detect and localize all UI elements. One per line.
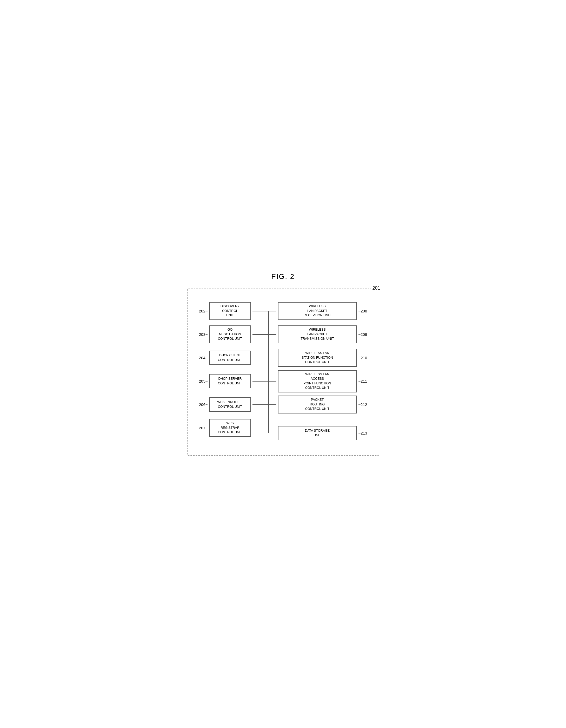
left-row-206: 206~ WPS ENROLLEECONTROL UNIT bbox=[195, 393, 268, 416]
right-row-211: WIRELESS LANACCESSPOINT FUNCTIONCONTROL … bbox=[269, 370, 371, 393]
connector-209 bbox=[269, 334, 276, 335]
unit-box-205: DHCP SERVERCONTROL UNIT bbox=[209, 374, 251, 388]
connector-208 bbox=[269, 311, 276, 311]
unit-box-206: WPS ENROLLEECONTROL UNIT bbox=[209, 397, 251, 412]
diagram-rows: 202~ DISCOVERYCONTROLUNIT 203~ GONEGOTIA… bbox=[195, 299, 371, 445]
left-row-204: 204~ DHCP CLIENTCONTROL UNIT bbox=[195, 346, 268, 370]
outer-box: 201 202~ DISCOVERYCONTROLUNIT 203~ GONEG… bbox=[187, 289, 379, 456]
unit-box-208: WIRELESSLAN PACKETRECEPTION UNIT bbox=[278, 302, 357, 320]
left-column: 202~ DISCOVERYCONTROLUNIT 203~ GONEGOTIA… bbox=[195, 299, 268, 445]
unit-box-212: PACKETROUTINGCONTROL UNIT bbox=[278, 396, 357, 413]
ref-label-212: ~212 bbox=[358, 402, 371, 407]
right-column: WIRELESSLAN PACKETRECEPTION UNIT ~208 WI… bbox=[269, 299, 371, 445]
center-vertical-bar bbox=[268, 311, 269, 433]
ref-label-207: 207~ bbox=[195, 426, 208, 430]
connector-213 bbox=[269, 433, 276, 433]
unit-box-213: DATA STORAGEUNIT bbox=[278, 426, 357, 440]
connector-202 bbox=[252, 311, 268, 311]
connector-206 bbox=[252, 404, 268, 405]
connector-205 bbox=[252, 381, 268, 382]
ref-201: 201 bbox=[371, 285, 381, 291]
ref-label-205: 205~ bbox=[195, 379, 208, 383]
ref-label-206: 206~ bbox=[195, 402, 208, 407]
ref-label-208: ~208 bbox=[358, 309, 371, 313]
unit-box-211: WIRELESS LANACCESSPOINT FUNCTIONCONTROL … bbox=[278, 370, 357, 392]
ref-label-209: ~209 bbox=[358, 332, 371, 337]
figure-title: FIG. 2 bbox=[187, 272, 379, 281]
connector-203 bbox=[252, 334, 268, 335]
right-row-213: DATA STORAGEUNIT ~213 bbox=[269, 422, 371, 445]
ref-label-203: 203~ bbox=[195, 332, 208, 337]
unit-box-210: WIRELESS LANSTATION FUNCTIONCONTROL UNIT bbox=[278, 349, 357, 367]
connector-210 bbox=[269, 358, 276, 358]
unit-box-202: DISCOVERYCONTROLUNIT bbox=[209, 302, 251, 320]
right-row-210: WIRELESS LANSTATION FUNCTIONCONTROL UNIT… bbox=[269, 346, 371, 370]
unit-box-204: DHCP CLIENTCONTROL UNIT bbox=[209, 351, 251, 365]
ref-label-204: 204~ bbox=[195, 356, 208, 360]
connector-211 bbox=[269, 381, 276, 382]
left-row-202: 202~ DISCOVERYCONTROLUNIT bbox=[195, 299, 268, 323]
unit-box-209: WIRELESSLAN PACKETTRANSMISSION UNIT bbox=[278, 325, 357, 343]
ref-label-202: 202~ bbox=[195, 309, 208, 313]
left-row-203: 203~ GONEGOTIATIONCONTROL UNIT bbox=[195, 323, 268, 346]
unit-box-207: WPSREGISTRARCONTROL UNIT bbox=[209, 419, 251, 437]
page-container: FIG. 2 201 202~ DISCOVERYCONTROLUNIT 203… bbox=[182, 265, 384, 464]
connector-207 bbox=[252, 428, 268, 428]
ref-label-211: ~211 bbox=[358, 379, 371, 383]
unit-box-203: GONEGOTIATIONCONTROL UNIT bbox=[209, 325, 251, 343]
ref-label-213: ~213 bbox=[358, 431, 371, 435]
right-row-208: WIRELESSLAN PACKETRECEPTION UNIT ~208 bbox=[269, 299, 371, 323]
left-row-205: 205~ DHCP SERVERCONTROL UNIT bbox=[195, 370, 268, 393]
ref-label-210: ~210 bbox=[358, 356, 371, 360]
connector-212 bbox=[269, 404, 276, 405]
right-row-212: PACKETROUTINGCONTROL UNIT ~212 bbox=[269, 393, 371, 416]
right-row-209: WIRELESSLAN PACKETTRANSMISSION UNIT ~209 bbox=[269, 323, 371, 346]
left-row-207: 207~ WPSREGISTRARCONTROL UNIT bbox=[195, 416, 268, 440]
connector-204 bbox=[252, 358, 268, 358]
